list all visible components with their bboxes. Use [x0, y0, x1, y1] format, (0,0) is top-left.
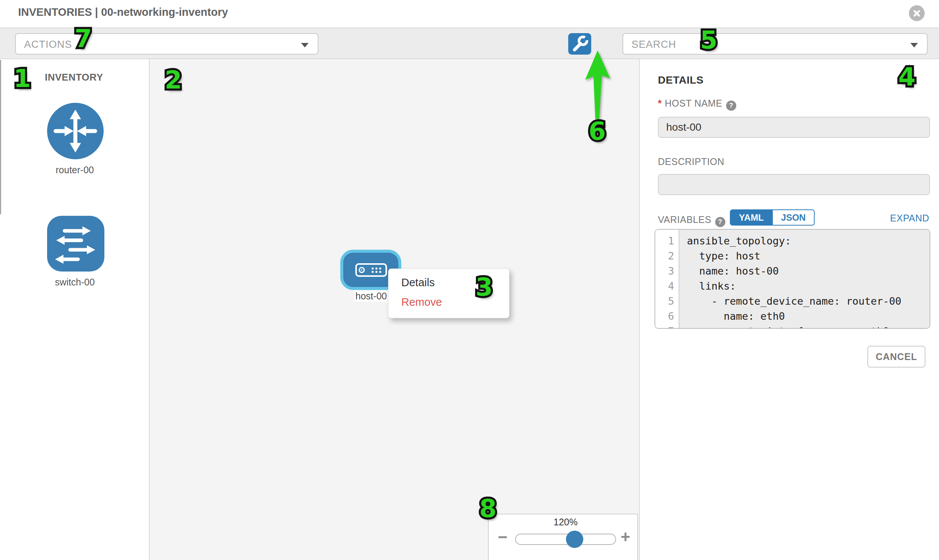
actions-dropdown-label: ACTIONS: [24, 39, 72, 51]
context-menu-item-remove[interactable]: Remove: [401, 296, 442, 308]
close-button[interactable]: [909, 5, 925, 21]
required-asterisk: *: [658, 98, 661, 108]
expand-link[interactable]: EXPAND: [890, 213, 929, 224]
sidebar-title: INVENTORY: [45, 72, 103, 83]
wrench-button[interactable]: [568, 33, 591, 55]
wrench-icon: [568, 33, 591, 55]
tab-json[interactable]: JSON: [773, 209, 815, 226]
window-header: INVENTORIES | 00-networking-inventory: [0, 0, 939, 28]
zoom-slider-handle[interactable]: [566, 531, 583, 548]
inventory-sidebar: INVENTORY router-00: [0, 59, 150, 560]
code-line: type: host: [687, 249, 930, 264]
zoom-slider-track[interactable]: [515, 534, 616, 545]
actions-dropdown[interactable]: ACTIONS: [15, 33, 318, 55]
page-title: INVENTORIES | 00-networking-inventory: [18, 6, 228, 18]
code-line: - remote_device_name: router-00: [687, 294, 930, 309]
description-input[interactable]: [658, 174, 930, 195]
palette-item-label: router-00: [0, 165, 150, 175]
variables-editor[interactable]: 1 2 3 4 5 6 7 ansible_topology: type: ho…: [655, 229, 930, 329]
variables-label: VARIABLES?: [658, 214, 725, 227]
description-label: DESCRIPTION: [658, 156, 724, 167]
toolbar: ACTIONS SEARCH: [0, 28, 939, 59]
router-icon: [47, 103, 103, 159]
code-line: ansible_topology:: [687, 234, 930, 249]
tab-yaml[interactable]: YAML: [730, 209, 773, 226]
code-line: links:: [687, 279, 930, 294]
zoom-level-label: 120%: [515, 517, 616, 528]
context-menu-item-details[interactable]: Details: [401, 277, 435, 289]
code-line: remote_interface_name: eth0: [687, 324, 930, 329]
chevron-down-icon: [910, 43, 918, 48]
chevron-down-icon: [301, 43, 308, 48]
switch-icon: [47, 216, 104, 272]
help-icon[interactable]: ?: [715, 217, 725, 227]
details-title: DETAILS: [658, 74, 703, 86]
topology-canvas[interactable]: host-00 Details Remove 120% − +: [150, 59, 639, 560]
search-dropdown-label: SEARCH: [632, 39, 676, 51]
host-name-input[interactable]: [658, 117, 930, 138]
editor-gutter: 1 2 3 4 5 6 7: [655, 230, 679, 328]
help-icon[interactable]: ?: [726, 100, 736, 111]
palette-item-router[interactable]: router-00: [0, 103, 150, 174]
search-dropdown[interactable]: SEARCH: [623, 33, 928, 55]
zoom-in-button[interactable]: +: [621, 529, 631, 545]
zoom-out-button[interactable]: −: [498, 529, 507, 545]
code-line: name: eth0: [687, 309, 930, 324]
host-node-label: host-00: [355, 290, 388, 302]
context-menu: Details Remove: [388, 269, 509, 318]
cancel-button[interactable]: CANCEL: [867, 346, 925, 368]
zoom-control: 120% − +: [488, 514, 638, 560]
palette-item-label: switch-00: [0, 277, 150, 288]
variables-format-toggle: YAML JSON: [730, 209, 815, 226]
details-panel: DETAILS *HOST NAME? DESCRIPTION VARIABLE…: [639, 59, 939, 560]
editor-code: ansible_topology: type: host name: host-…: [679, 230, 930, 328]
host-name-label: *HOST NAME?: [658, 98, 736, 111]
code-line: name: host-00: [687, 264, 930, 279]
palette-item-switch[interactable]: switch-00: [0, 216, 150, 287]
